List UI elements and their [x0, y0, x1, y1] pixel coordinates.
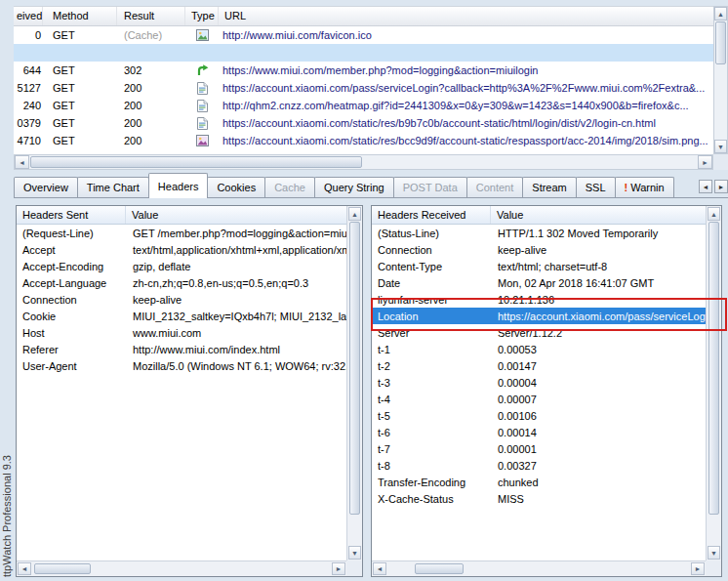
request-row[interactable]: 0379GET200https://account.xiaomi.com/sta…: [14, 114, 713, 132]
tab-headers[interactable]: Headers: [148, 173, 209, 198]
header-row[interactable]: ServerServer/1.12.2: [372, 324, 706, 341]
scrollbar-corner: [713, 154, 728, 170]
tab-query-string[interactable]: Query String: [314, 177, 394, 197]
tab-overview[interactable]: Overview: [14, 177, 78, 197]
tab-post-data[interactable]: POST Data: [393, 177, 467, 197]
request-row[interactable]: 644GET302https://www.miui.com/member.php…: [14, 62, 713, 79]
result-cell: 200: [117, 100, 185, 111]
header-row[interactable]: Connectionkeep-alive: [372, 241, 706, 258]
scroll-up-icon[interactable]: ▲: [714, 7, 727, 21]
headers-sent-vscrollbar[interactable]: ▲ ▼: [346, 206, 362, 560]
scrollbar-thumb[interactable]: [708, 222, 719, 515]
header-row[interactable]: Accept-Languagezh-cn,zh;q=0.8,en-us;q=0.…: [17, 274, 346, 291]
column-header-method[interactable]: Method: [43, 7, 117, 25]
scrollbar-thumb[interactable]: [34, 563, 91, 574]
request-row[interactable]: [14, 44, 713, 62]
header-row[interactable]: t-10.00053: [372, 341, 706, 357]
header-row[interactable]: Accept-Encodinggzip, deflate: [17, 258, 346, 274]
headers-received-panel: Headers Received Value (Status-Line)HTTP…: [371, 205, 722, 577]
scrollbar-thumb[interactable]: [715, 21, 726, 64]
scroll-up-icon[interactable]: ▲: [348, 207, 361, 221]
scroll-down-icon[interactable]: ▼: [348, 546, 361, 560]
scroll-right-icon[interactable]: ►: [691, 562, 705, 575]
tab-content[interactable]: Content: [466, 177, 524, 197]
method-cell: GET: [43, 135, 117, 146]
received-cell: 644: [14, 64, 43, 76]
header-value: GET /member.php?mod=logging&action=miuil…: [126, 228, 346, 239]
header-value: keep-alive: [126, 294, 346, 306]
scroll-left-icon[interactable]: ◄: [373, 562, 386, 575]
header-row[interactable]: CookieMIUI_2132_saltkey=IQxb4h7l; MIUI_2…: [17, 308, 346, 324]
header-row[interactable]: liyunfan-server10.21.1.136: [372, 291, 706, 308]
header-row[interactable]: Accepttext/html,application/xhtml+xml,ap…: [17, 241, 346, 258]
column-header-url[interactable]: URL: [219, 7, 713, 25]
image-icon: [185, 29, 219, 41]
url-cell: https://account.xiaomi.com/static/res/b9…: [219, 117, 713, 129]
tab-warnin[interactable]: !Warnin: [615, 177, 674, 197]
header-row[interactable]: DateMon, 02 Apr 2018 16:41:07 GMT: [372, 274, 706, 291]
header-value: Server/1.12.2: [491, 327, 706, 339]
column-header-headers-sent[interactable]: Headers Sent: [17, 206, 126, 224]
tab-stream[interactable]: Stream: [522, 177, 576, 197]
header-name: t-2: [372, 360, 491, 372]
headers-sent-hscrollbar[interactable]: ◄ ►: [17, 560, 346, 576]
header-row[interactable]: t-40.00007: [372, 391, 706, 407]
headers-received-hscrollbar[interactable]: ◄ ►: [372, 560, 706, 576]
redirect-icon: [185, 64, 219, 76]
header-name: t-5: [372, 410, 491, 422]
scroll-down-icon[interactable]: ▼: [714, 140, 727, 153]
scrollbar-thumb[interactable]: [30, 156, 362, 168]
request-row[interactable]: 0GET(Cache)http://www.miui.com/favicon.i…: [14, 26, 713, 44]
header-row[interactable]: Locationhttps://account.xiaomi.com/pass/…: [372, 308, 706, 324]
image-purple-icon: [185, 135, 219, 146]
request-row[interactable]: 5127GET200https://account.xiaomi.com/pas…: [14, 79, 713, 97]
column-header-value[interactable]: Value: [126, 206, 346, 224]
header-value: Mozilla/5.0 (Windows NT 6.1; WOW64; rv:3…: [126, 360, 346, 372]
scrollbar-corner: [346, 560, 362, 576]
scroll-up-icon[interactable]: ▲: [708, 207, 720, 221]
column-header-type[interactable]: Type: [185, 7, 219, 25]
html-icon: [185, 100, 219, 112]
request-row[interactable]: 240GET200http://qhm2.cnzz.com/heatmap.gi…: [14, 97, 713, 114]
request-grid-body: 0GET(Cache)http://www.miui.com/favicon.i…: [14, 26, 713, 149]
request-row[interactable]: 4710GET200https://account.xiaomi.com/sta…: [14, 132, 713, 149]
scroll-left-icon[interactable]: ◄: [15, 155, 29, 169]
column-header-headers-received[interactable]: Headers Received: [372, 206, 491, 224]
tab-time-chart[interactable]: Time Chart: [77, 177, 149, 197]
header-row[interactable]: Connectionkeep-alive: [17, 291, 346, 308]
header-row[interactable]: t-80.00327: [372, 457, 706, 474]
request-grid-hscrollbar[interactable]: ◄ ►: [14, 154, 713, 170]
header-row[interactable]: (Status-Line)HTTP/1.1 302 Moved Temporar…: [372, 225, 706, 241]
headers-sent-header: Headers Sent Value: [17, 206, 346, 225]
column-header-value[interactable]: Value: [491, 206, 706, 224]
header-row[interactable]: t-50.00106: [372, 407, 706, 424]
column-header-received[interactable]: eived: [14, 7, 43, 25]
header-row[interactable]: (Request-Line)GET /member.php?mod=loggin…: [17, 225, 346, 241]
scroll-right-icon[interactable]: ►: [698, 155, 712, 169]
column-header-result[interactable]: Result: [117, 7, 185, 25]
scroll-right-icon[interactable]: ►: [332, 562, 345, 575]
header-row[interactable]: t-20.00147: [372, 357, 706, 374]
header-row[interactable]: Hostwww.miui.com: [17, 324, 346, 341]
header-row[interactable]: User-AgentMozilla/5.0 (Windows NT 6.1; W…: [17, 357, 346, 374]
tab-ssl[interactable]: SSL: [576, 177, 616, 197]
header-row[interactable]: t-30.00004: [372, 374, 706, 391]
tab-cache[interactable]: Cache: [264, 177, 315, 197]
tab-cookies[interactable]: Cookies: [207, 177, 265, 197]
request-grid-vscrollbar[interactable]: ▲ ▼: [713, 6, 728, 154]
header-row[interactable]: Content-Typetext/html; charset=utf-8: [372, 258, 706, 274]
scroll-down-icon[interactable]: ▼: [708, 546, 720, 560]
header-row[interactable]: Transfer-Encodingchunked: [372, 474, 706, 490]
scroll-left-icon[interactable]: ◄: [18, 562, 31, 575]
header-row[interactable]: Refererhttp://www.miui.com/index.html: [17, 341, 346, 357]
header-row[interactable]: X-Cache-StatusMISS: [372, 490, 706, 507]
header-row[interactable]: t-70.00001: [372, 440, 706, 457]
tab-scroll-left-button[interactable]: ◄: [699, 180, 712, 193]
header-row[interactable]: t-60.00014: [372, 424, 706, 440]
tab-scroll-right-button[interactable]: ►: [714, 180, 728, 193]
headers-received-vscrollbar[interactable]: ▲ ▼: [706, 206, 721, 560]
scrollbar-thumb[interactable]: [349, 222, 360, 515]
scrollbar-thumb[interactable]: [415, 563, 464, 574]
headers-sent-body: (Request-Line)GET /member.php?mod=loggin…: [17, 225, 346, 560]
url-cell: https://account.xiaomi.com/static/res/bc…: [219, 135, 713, 146]
